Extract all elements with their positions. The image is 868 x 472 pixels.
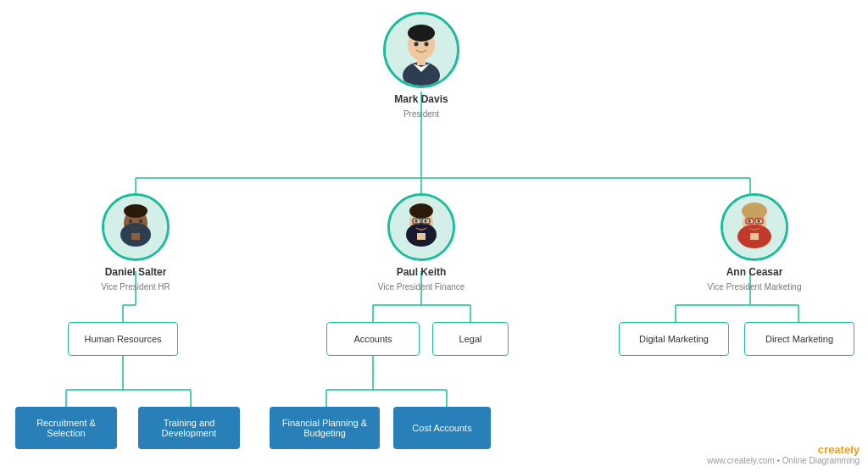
box-cost: Cost Accounts — [393, 407, 491, 449]
svg-point-43 — [409, 203, 433, 219]
paul-title: Vice President Finance — [378, 281, 465, 292]
svg-point-53 — [742, 203, 767, 219]
box-training: Training and Development — [138, 407, 240, 449]
svg-point-36 — [129, 219, 132, 223]
person-mark: Mark Davis President — [370, 12, 472, 119]
svg-point-48 — [425, 220, 427, 223]
svg-rect-28 — [417, 57, 426, 65]
daniel-name: Daniel Salter — [105, 266, 167, 280]
org-chart: Mark Davis President Daniel Salter Vice … — [0, 0, 868, 472]
box-fp: Financial Planning & Budgeting — [270, 407, 380, 449]
avatar-paul — [387, 193, 455, 261]
box-legal: Legal — [432, 322, 509, 356]
svg-point-30 — [415, 42, 419, 47]
avatar-mark — [383, 12, 459, 88]
person-ann: Ann Ceasar Vice President Marketing — [704, 193, 805, 292]
svg-rect-42 — [417, 233, 426, 240]
paul-name: Paul Keith — [397, 266, 447, 280]
daniel-title: Vice President HR — [101, 281, 170, 292]
svg-point-57 — [748, 220, 751, 223]
mark-name: Mark Davis — [394, 93, 448, 107]
avatar-ann — [721, 193, 788, 261]
mark-title: President — [403, 108, 439, 119]
svg-point-58 — [758, 220, 760, 223]
svg-point-37 — [139, 219, 142, 223]
creately-branding: creately www.creately.com • Online Diagr… — [707, 443, 860, 465]
box-hr: Human Resources — [68, 322, 178, 356]
ann-title: Vice President Marketing — [708, 281, 802, 292]
person-paul: Paul Keith Vice President Finance — [370, 193, 472, 292]
svg-rect-52 — [750, 233, 759, 240]
box-direct: Direct Marketing — [744, 322, 854, 356]
box-recruit: Recruitment & Selection — [15, 407, 117, 449]
avatar-daniel — [102, 193, 170, 261]
ann-name: Ann Ceasar — [726, 266, 783, 280]
box-accounts: Accounts — [326, 322, 420, 356]
svg-point-26 — [408, 25, 435, 42]
person-daniel: Daniel Salter Vice President HR — [85, 193, 186, 292]
svg-point-47 — [415, 220, 418, 223]
svg-point-38 — [124, 204, 147, 218]
svg-point-31 — [425, 42, 429, 47]
svg-rect-35 — [131, 233, 140, 240]
box-digital: Digital Marketing — [619, 322, 729, 356]
